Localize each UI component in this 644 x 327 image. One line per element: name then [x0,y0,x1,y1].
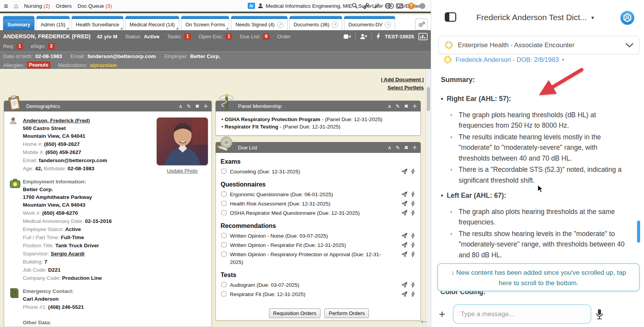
link-icon[interactable] [363,3,369,9]
portlet-header[interactable]: Demographics ∧ ✎ ✖ ✛ [4,101,212,111]
tab-documents-dv[interactable]: Documents-DV↗ [344,16,395,30]
due-item-label[interactable]: Audiogram (Due: 03-07-2025) [230,282,299,288]
move-icon[interactable]: ✛ [204,103,208,109]
organization-name[interactable]: Medical Informatics Engineering, MIE [266,3,353,9]
edit-icon[interactable]: ✎ [187,103,191,109]
perform-orders-button[interactable]: Perform Orders [324,308,369,318]
order-link[interactable]: Order [277,34,291,39]
select-portlets-link[interactable]: Select Portlets [387,85,424,91]
perform-bolt-icon[interactable] [411,291,415,297]
due-item-label[interactable]: OSHA Respirator Med Questionnaire (Due: … [230,210,360,216]
send-icon[interactable] [401,291,408,297]
move-icon[interactable]: ✛ [413,145,417,151]
requisition-orders-button[interactable]: Requisition Orders [269,308,321,318]
help-icon[interactable]: ? [408,3,414,9]
nav-item-nursing[interactable]: Nursing (2) [24,3,50,9]
edit-icon[interactable]: ✎ [396,145,400,151]
tab-admin[interactable]: Admin (15) [36,16,70,30]
collapse-icon[interactable]: ∧ [388,145,392,151]
external-link-icon[interactable]: ↗ [385,22,391,28]
wand-icon[interactable] [374,3,380,9]
external-link-icon[interactable]: ↗ [277,22,283,28]
left-scrollbar-thumb[interactable] [427,87,430,111]
page-scrollbar-thumb[interactable] [637,221,640,243]
perform-bolt-icon[interactable] [411,168,415,175]
due-item-label[interactable]: Respirator Fit (Due: 12-31-2025) [230,291,305,297]
open-enc-badge[interactable]: 1 [226,33,232,40]
perform-bolt-icon[interactable] [411,210,415,216]
checkbox[interactable] [221,282,226,287]
collapse-icon[interactable]: ∧ [388,103,392,109]
globe-icon[interactable] [385,3,391,9]
send-icon[interactable] [401,200,408,207]
medication-value[interactable]: alprazolam [90,62,117,68]
supervisor-link[interactable]: Sergio Acardi [51,251,84,257]
perform-bolt-icon[interactable] [411,233,415,239]
due-item-label[interactable]: Written Opinion - Noise (Due: 03-07-2025… [230,233,328,239]
chart-stats-icon[interactable] [418,33,428,40]
perform-bolt-icon[interactable] [411,200,415,207]
checkbox[interactable] [221,210,226,215]
checkbox[interactable] [221,291,226,296]
dictation-title-dropdown[interactable]: Frederick Anderson Test Dict...▼ [460,13,611,22]
req-badge[interactable]: 1 [17,43,23,50]
search-icon[interactable] [352,3,358,9]
due-item-label[interactable]: Written Opinion - Respirator Fit (Due: 1… [230,242,346,248]
tab-summary[interactable]: Summary [3,16,34,30]
perform-bolt-icon[interactable] [411,282,415,288]
nav-item-doc-queue[interactable]: Doc Queue (3) [77,3,112,9]
esign-badge[interactable]: 3 [48,43,55,50]
message-input[interactable] [453,304,591,324]
home-icon[interactable]: ⌂ [14,2,18,9]
attach-button[interactable]: + [439,308,445,320]
close-icon[interactable]: ✖ [404,145,408,151]
send-icon[interactable] [401,282,408,288]
collapse-icon[interactable]: ∧ [179,103,183,109]
collapse-panel-arrow[interactable]: ← [419,314,429,326]
quick-action-bolt-icon[interactable] [376,33,380,39]
checkbox[interactable] [221,192,226,197]
send-icon[interactable] [401,168,408,175]
checkbox[interactable] [221,169,226,174]
tab-health-surveillance[interactable]: Health Surveillance [72,16,123,30]
ai-badge[interactable]: AI [248,3,255,9]
video-call-icon[interactable] [344,34,351,39]
edit-icon[interactable]: ✎ [396,103,400,109]
patient-context-dropdown[interactable]: Frederick Anderson - DOB: 2/8/1983 ▾ [443,55,564,64]
checkbox[interactable] [221,242,226,247]
tab-medical-record[interactable]: Medical Record (14) [125,16,179,30]
send-icon[interactable] [401,233,408,239]
patient-name-link[interactable]: Anderson, Frederick (Fred) [23,118,90,123]
encounter-selector[interactable]: Enterprise Health - Associate Encounter [438,36,639,54]
due-item-label[interactable]: Ergonomic Questionnaire (Due: 06-01-2025… [230,192,333,197]
due-item-label[interactable]: Written Opinion - Respiratory Protection… [230,252,381,265]
close-icon[interactable]: ✖ [404,103,408,109]
tab-documents[interactable]: Documents (36)↗ [289,16,342,30]
due-item-label[interactable]: Counseling (Due: 12-31-2025) [230,169,300,175]
move-icon[interactable]: ✛ [413,103,417,109]
due-list-badge[interactable]: 9 [263,33,269,40]
send-icon[interactable] [401,210,408,216]
checkbox[interactable] [221,233,226,238]
send-icon[interactable] [401,251,408,257]
perform-bolt-icon[interactable] [411,191,415,197]
left-scrollbar[interactable] [426,69,431,327]
send-icon[interactable] [401,191,408,197]
allergy-badge[interactable]: Peanuts [27,62,51,68]
microphone-icon[interactable] [595,308,604,320]
tab-settings-button[interactable] [415,19,428,30]
nav-item-orders[interactable]: Orders [56,3,72,9]
close-icon[interactable]: ✖ [195,103,199,109]
patient-name[interactable]: ANDERSON, FREDERICK (FRED) [3,33,91,39]
send-icon[interactable] [401,242,408,248]
scroll-to-bottom-notice[interactable]: ↓ New content has been added since you'v… [437,263,640,291]
external-link-icon[interactable]: ↗ [332,22,338,28]
due-item-label[interactable]: Health Risk Assessment (Due: 12-31-2025) [230,201,331,207]
add-user-icon[interactable] [360,34,367,39]
checkbox[interactable] [221,201,226,206]
add-document-link[interactable]: | Add Document | [381,77,424,82]
perform-bolt-icon[interactable] [411,251,415,257]
perform-bolt-icon[interactable] [411,242,415,248]
checkbox[interactable] [221,252,226,257]
portlet-header[interactable]: Due List ∧ ✎ ✖ ✛ [216,142,421,153]
